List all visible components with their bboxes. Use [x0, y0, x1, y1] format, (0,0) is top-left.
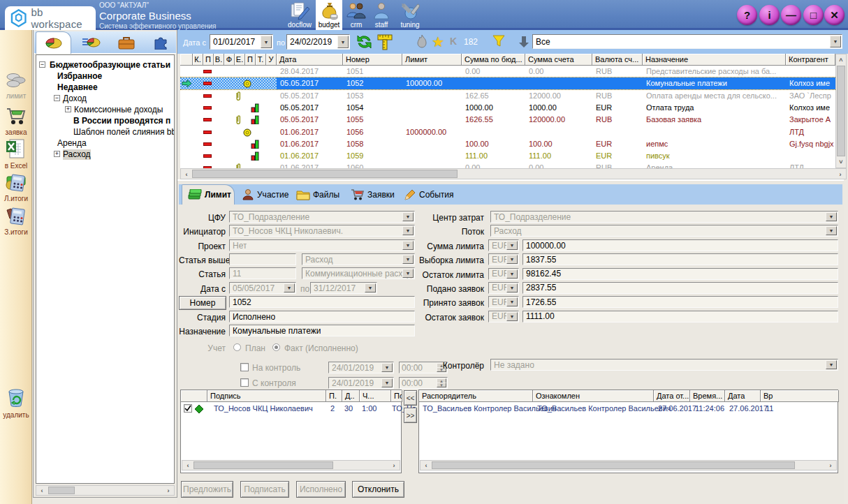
initiator-combo[interactable]: ТО_Носов ЧКЦ Николаевич.▼ — [229, 225, 415, 237]
order-row[interactable]: ТО_Васильев Контролер Васильевич ТО_Васи… — [419, 403, 838, 415]
order-table-hscrollbar[interactable]: ‹ › — [420, 460, 837, 470]
grid-column-header[interactable]: П — [203, 54, 214, 66]
grid-column-header[interactable]: Назначение — [643, 54, 786, 66]
detail-date-from-combo[interactable]: 05/05/2017▼ — [229, 282, 296, 294]
dropdown-arrow-icon[interactable]: ▼ — [506, 269, 518, 279]
dropdown-arrow-icon[interactable]: ▼ — [261, 36, 272, 48]
grid-horizontal-scrollbar[interactable]: ‹ › — [180, 168, 847, 179]
tree-horizontal-scrollbar[interactable]: ‹ › — [36, 485, 175, 496]
tab-files[interactable]: Файлы — [296, 184, 339, 205]
sum-row-value-field[interactable]: 2837.55 — [522, 282, 838, 294]
grid-column-header[interactable]: Дата — [277, 54, 343, 66]
article-above-combo[interactable]: Расход▼ — [302, 253, 415, 265]
grid-column-header[interactable]: Лимит — [402, 54, 462, 66]
table-column-header[interactable]: Ч... — [360, 390, 391, 402]
detail-date-to-combo[interactable]: 31/12/2017▼ — [310, 282, 377, 294]
cfu-combo[interactable]: ТО_Подразделение▼ — [229, 211, 415, 223]
maximize-button[interactable]: □ — [803, 5, 824, 25]
ruler-icon[interactable] — [376, 33, 394, 52]
tree-item[interactable]: Избранное — [57, 71, 102, 82]
move-left-button[interactable]: << — [404, 390, 417, 406]
sum-row-currency-combo[interactable]: EUR▼ — [488, 268, 519, 280]
flame-icon[interactable] — [415, 34, 429, 51]
table-column-header[interactable]: Подпись — [207, 390, 326, 402]
move-right-button[interactable]: >> — [404, 408, 417, 423]
tree-item[interactable]: Комиссионные доходы — [74, 105, 163, 115]
tree-item[interactable]: Шаблон полей слияния bb — [73, 127, 175, 138]
dropdown-arrow-icon[interactable]: ▼ — [506, 312, 518, 321]
tab-participation[interactable]: Участие — [242, 184, 288, 205]
sum-row-value-field[interactable]: 1726.55 — [522, 296, 838, 308]
cost-center-combo[interactable]: ТО_Подразделение▼ — [490, 211, 838, 223]
grid-column-header[interactable]: К. — [193, 54, 203, 66]
module-crm[interactable]: crm — [344, 0, 369, 30]
table-column-header[interactable]: Дата — [725, 390, 761, 402]
grid-column-header[interactable]: Номер — [343, 54, 402, 66]
controller-combo[interactable]: Не задано▼ — [490, 359, 838, 371]
grid-column-header[interactable]: Валюта сч... — [592, 54, 643, 66]
tab-limit[interactable]: Лимит — [182, 184, 235, 205]
dropdown-arrow-icon[interactable]: ▼ — [826, 226, 837, 235]
signature-checkbox[interactable] — [184, 404, 192, 413]
grid-vertical-scrollbar[interactable]: ˄ ˅ — [835, 54, 847, 168]
table-column-header[interactable]: П. — [326, 390, 342, 402]
module-docflow[interactable]: docflow — [285, 0, 314, 30]
tree-item[interactable]: Доход — [63, 94, 87, 104]
sum-row-value-field[interactable]: 100000.00 — [522, 239, 838, 251]
date-to-combo[interactable]: 24/02/2019 ▼ — [286, 34, 350, 50]
off-control-date-combo[interactable]: 24/01/2019▼ — [328, 377, 394, 389]
sum-row-currency-combo[interactable]: EUR▼ — [488, 253, 519, 265]
tree-item[interactable]: Недавнее — [57, 82, 98, 93]
minimize-button[interactable]: — — [781, 5, 801, 25]
sum-row-value-field[interactable]: 98162.45 — [522, 268, 838, 280]
close-button[interactable]: ✕ — [824, 5, 845, 25]
sum-row-currency-combo[interactable]: EUR▼ — [488, 239, 519, 251]
dropdown-arrow-icon[interactable]: ▼ — [402, 269, 414, 278]
module-staff[interactable]: staff — [369, 0, 394, 30]
table-column-header[interactable]: Ознакомлен — [533, 390, 654, 402]
tree-item[interactable]: Аренда — [57, 138, 87, 149]
rail-excel-button[interactable]: в Excel — [0, 138, 32, 170]
on-control-date-combo[interactable]: 24/01/2019▼ — [328, 362, 394, 373]
grid-column-header[interactable]: Контрагент — [786, 54, 835, 66]
grid-row[interactable]: 05.05.201710551626.55120000.00RUBБазовая… — [180, 114, 835, 126]
sum-row-currency-combo[interactable]: EUR▼ — [488, 282, 519, 294]
table-column-header[interactable] — [181, 390, 207, 402]
tree-expander-minus-icon[interactable]: − — [54, 95, 60, 101]
table-column-header[interactable]: Вр — [761, 390, 839, 402]
tree-expander-plus-icon[interactable]: + — [54, 151, 60, 157]
rail-delete-button[interactable]: удалить — [0, 386, 32, 419]
grid-column-header[interactable]: Ф — [224, 54, 235, 66]
dropdown-arrow-icon[interactable]: ▼ — [284, 283, 295, 292]
filter-combo[interactable]: Все ▼ — [532, 34, 842, 49]
tree-tab-fast-articles[interactable] — [73, 31, 108, 54]
filter-icon[interactable] — [492, 34, 506, 50]
rail-limit-totals-button[interactable]: Л.итоги — [0, 171, 32, 202]
dropdown-arrow-icon[interactable]: ▼ — [402, 212, 414, 221]
number-button[interactable]: Номер — [179, 296, 226, 310]
sort-descending-icon[interactable] — [518, 35, 530, 50]
table-column-header[interactable]: Время... — [690, 390, 725, 402]
grid-column-header[interactable]: П — [245, 54, 256, 66]
star-icon[interactable]: ★ — [432, 34, 444, 50]
grid-column-header[interactable]: В. — [214, 54, 224, 66]
dropdown-arrow-icon[interactable]: ▼ — [826, 360, 837, 369]
off-control-time-spinner[interactable]: 00:00▲▼ — [399, 377, 448, 389]
propose-button[interactable]: Предложить — [181, 481, 233, 498]
grid-column-header[interactable]: Сумма счета — [525, 54, 592, 66]
on-control-checkbox[interactable] — [240, 363, 249, 371]
rail-request-button[interactable]: заявка — [0, 105, 32, 136]
purpose-field[interactable]: Комунальные платежи — [229, 325, 415, 336]
table-column-header[interactable]: Дата от... — [654, 390, 690, 402]
reject-button[interactable]: Отклонить — [352, 481, 404, 498]
article-field[interactable]: 11 — [229, 267, 296, 279]
dropdown-arrow-icon[interactable]: ▼ — [506, 241, 518, 250]
grid-row[interactable]: 01.06.20171059111.00111.00EURпивсук — [180, 150, 835, 162]
article-combo[interactable]: Коммуникационные расходы▼ — [302, 267, 415, 279]
number-field[interactable]: 1052 — [229, 296, 415, 308]
stage-field[interactable]: Исполнено — [229, 311, 415, 323]
dropdown-arrow-icon[interactable]: ▼ — [381, 378, 393, 387]
dropdown-arrow-icon[interactable]: ▼ — [402, 255, 414, 264]
grid-column-header[interactable]: Сумма по бюд... — [462, 54, 525, 66]
grid-row[interactable]: 05.05.20171052100000.00Комунальные плате… — [180, 77, 835, 89]
